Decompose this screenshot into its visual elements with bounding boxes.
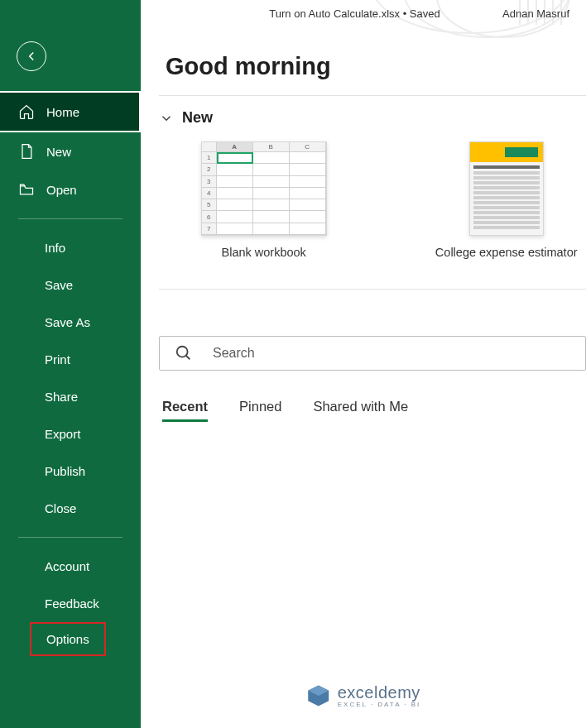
sidebar-info[interactable]: Info	[0, 229, 141, 266]
new-doc-icon	[18, 143, 35, 160]
sidebar-print[interactable]: Print	[0, 341, 141, 378]
open-folder-icon	[18, 181, 35, 198]
tab-shared[interactable]: Shared with Me	[313, 399, 408, 422]
sidebar-open-label: Open	[46, 183, 77, 197]
document-title: Turn on Auto Calculate.xlsx • Saved	[157, 7, 502, 20]
brand-tagline: EXCEL · DATA · BI	[338, 701, 421, 708]
blank-workbook-thumb: ABC 1 2 3 4 5 6 7	[201, 141, 327, 236]
user-name: Adnan Masruf	[502, 7, 569, 20]
sidebar-publish[interactable]: Publish	[0, 453, 141, 490]
brand-name: exceldemy	[338, 683, 421, 702]
tab-pinned[interactable]: Pinned	[239, 399, 281, 422]
tab-recent[interactable]: Recent	[162, 399, 208, 422]
divider-2	[159, 289, 586, 290]
greeting-heading: Good morning	[166, 53, 586, 80]
brand-watermark: exceldemy EXCEL · DATA · BI	[306, 683, 421, 708]
search-box[interactable]	[159, 336, 586, 371]
chevron-down-icon	[159, 111, 174, 126]
sidebar-feedback[interactable]: Feedback	[0, 585, 141, 622]
sidebar-save-as[interactable]: Save As	[0, 304, 141, 341]
sidebar-save[interactable]: Save	[0, 266, 141, 304]
file-tabs: Recent Pinned Shared with Me	[162, 399, 586, 422]
templates-row: ABC 1 2 3 4 5 6 7 Blank workbook	[192, 141, 586, 259]
sidebar-home-label: Home	[46, 105, 79, 119]
sidebar-new-label: New	[46, 145, 71, 159]
backstage-main: Turn on Auto Calculate.xlsx • Saved Adna…	[141, 0, 586, 728]
sidebar-options[interactable]: Options	[30, 622, 106, 656]
svg-line-10	[186, 356, 190, 360]
template-college-expense[interactable]: College expense estimator	[426, 141, 586, 259]
back-arrow-icon	[24, 49, 39, 64]
college-expense-thumb	[469, 141, 544, 236]
template-blank-label: Blank workbook	[222, 246, 306, 259]
template-college-label: College expense estimator	[435, 246, 578, 259]
sidebar-account[interactable]: Account	[0, 548, 141, 585]
sidebar-separator-2	[18, 537, 122, 538]
sidebar-share[interactable]: Share	[0, 378, 141, 415]
sidebar-open[interactable]: Open	[0, 170, 141, 208]
new-section-header[interactable]: New	[159, 109, 586, 127]
divider-1	[159, 95, 586, 96]
backstage-sidebar: Home New Open Info Save Save As Print Sh…	[0, 0, 141, 728]
back-button[interactable]	[17, 41, 46, 71]
sidebar-export[interactable]: Export	[0, 415, 141, 453]
brand-logo-icon	[306, 683, 331, 708]
search-icon	[175, 344, 193, 362]
home-icon	[18, 103, 35, 120]
template-blank-workbook[interactable]: ABC 1 2 3 4 5 6 7 Blank workbook	[192, 141, 335, 259]
new-section-label: New	[182, 109, 213, 127]
search-input[interactable]	[213, 346, 570, 361]
titlebar: Turn on Auto Calculate.xlsx • Saved Adna…	[141, 0, 586, 26]
sidebar-close[interactable]: Close	[0, 490, 141, 527]
sidebar-home[interactable]: Home	[0, 91, 141, 132]
sidebar-new[interactable]: New	[0, 132, 141, 170]
sidebar-separator-1	[18, 218, 122, 219]
svg-point-9	[177, 347, 188, 357]
